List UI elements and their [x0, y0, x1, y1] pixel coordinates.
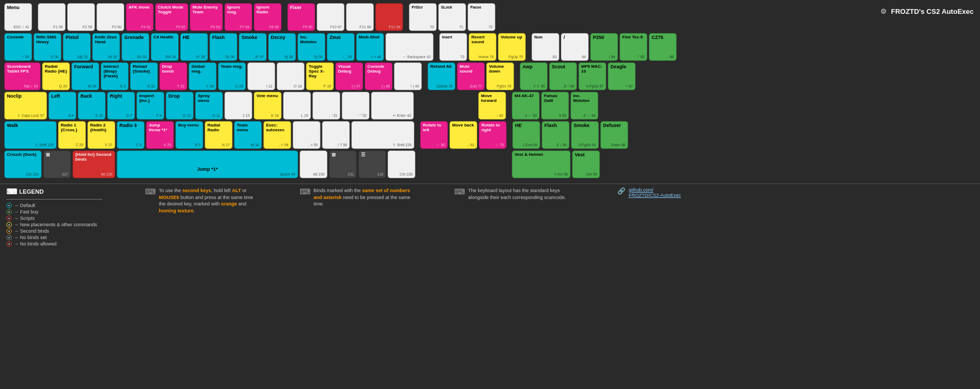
key-prtscr[interactable]: PrtScr70 [409, 3, 437, 31]
key-five-tec9[interactable]: Five Tec-9" 85 [620, 33, 647, 61]
key-d[interactable]: RightD 7 [107, 92, 135, 120]
key-num5[interactable]: Famas Galil5 93 [541, 92, 569, 120]
key-esc[interactable]: Menu ESC ↕ 41 [4, 3, 32, 31]
key-pause[interactable]: Pause72 [468, 3, 495, 31]
key-ralt[interactable]: Alt 230 [300, 150, 327, 178]
key-f12[interactable]: F12 69 [375, 3, 403, 31]
key-f8[interactable]: Ignore RadioF8 65 [254, 3, 282, 31]
key-u[interactable]: Team msg.U 24 [218, 62, 246, 90]
key-enter[interactable]: ↵ Enter 40 [371, 92, 414, 120]
key-num-dot[interactable]: Vest. Del 99 [572, 150, 600, 178]
key-i[interactable]: I 12 [247, 62, 275, 90]
key-backspace[interactable]: ← Backspace 42 [385, 33, 433, 61]
key-q[interactable]: Radial Radio {HE}Q 20 [42, 62, 70, 90]
key-k[interactable]: Vote menuK 14 [254, 92, 282, 120]
key-num0[interactable]: Vest & Helmet0 Ins 98 [512, 150, 571, 178]
key-v[interactable]: Jump throw *1*V 25 [146, 121, 174, 149]
key-arrow-up[interactable]: Move forward↑ 82 [478, 92, 506, 120]
key-comma[interactable]: Exec: autoexec, < 54 [263, 121, 291, 149]
key-minus[interactable]: Zeus- _ 45 [327, 33, 355, 61]
key-5[interactable]: C4 Health5% 34 [151, 33, 179, 61]
key-rctrl[interactable]: Ctrl 228 [388, 150, 415, 178]
key-grave[interactable]: Console` ~ 53 [4, 33, 32, 61]
key-h[interactable]: Spray menuH 11 [195, 92, 223, 120]
key-slock[interactable]: SLock71 [438, 3, 466, 31]
key-num1[interactable]: HE1 End 89 [512, 121, 540, 149]
key-c[interactable]: Radio 3C 6 [117, 121, 144, 149]
key-quote[interactable]: ' " 52 [342, 92, 369, 120]
key-e[interactable]: Interact (Beep) {Flash}E 8 [101, 62, 128, 90]
key-rbracket[interactable]: Console Debug] } 48 [365, 62, 392, 90]
key-backslash[interactable]: \ | 49 [394, 62, 422, 90]
key-lwin[interactable]: ⊞227 [43, 150, 71, 178]
key-7[interactable]: Flash7& 36 [210, 33, 237, 61]
key-2[interactable]: Pistol2@ 31 [63, 33, 91, 61]
key-f4[interactable]: AFK moveF4 61 [126, 3, 154, 31]
key-lalt[interactable]: {Hold for} Second bindsAlt 226 [73, 150, 115, 178]
key-rotate-left[interactable]: Rotate to left← 80 [420, 121, 448, 149]
key-lbracket[interactable]: Visual Debug[ { 47 [335, 62, 363, 90]
key-capslock[interactable]: Noclip⇪ Caps Lock 57 [4, 92, 47, 120]
key-f1[interactable]: F1 58 [38, 3, 66, 31]
key-cz75[interactable]: CZ75- 86 [649, 33, 677, 61]
key-y[interactable]: Global msg.Y 28 [189, 62, 216, 90]
key-tab[interactable]: Scoreboard Tablet FPSTab ↕ 43 [4, 62, 41, 90]
key-end[interactable]: Mute soundEnd 77 [457, 62, 485, 90]
key-period[interactable]: . > 55 [293, 121, 320, 149]
key-slash[interactable]: / ? 56 [322, 121, 350, 149]
key-equal[interactable]: Medi-Shot= + 46 [356, 33, 384, 61]
key-f11[interactable]: F11 68 [346, 3, 374, 31]
key-num9[interactable]: MP9 MAC-109 PgUp 97 [579, 62, 606, 90]
key-num3[interactable]: Smoke3 PgDn 91 [571, 121, 599, 149]
key-arrow-down[interactable]: Move back↓ 81 [449, 121, 477, 149]
key-8[interactable]: Smoke8* 37 [239, 33, 267, 61]
key-f5[interactable]: Clutch Mode ToggleF5 62 [155, 3, 188, 31]
key-home[interactable]: Revert soundHome 74 [469, 33, 496, 61]
key-f2[interactable]: F2 59 [67, 3, 95, 31]
key-f[interactable]: Inspect {Inc.}F 9 [136, 92, 164, 120]
key-num4[interactable]: M4 AK-474 ← 92 [512, 92, 540, 120]
key-f6[interactable]: Mute Enemy TeamF6 63 [190, 3, 223, 31]
key-9[interactable]: Decoy9( 38 [268, 33, 296, 61]
key-w[interactable]: ForwardW 26 [71, 62, 99, 90]
key-a[interactable]: LeftA 4 [49, 92, 76, 120]
key-numlock[interactable]: Num83 [532, 33, 559, 61]
key-f10[interactable]: F10 67 [317, 3, 344, 31]
key-6[interactable]: HE6^ 35 [180, 33, 208, 61]
key-rwin[interactable]: ⊞231 [329, 150, 357, 178]
key-delete[interactable]: Refund AllDelete 76 [428, 62, 455, 90]
key-num-plus-top[interactable]: Deagle+ 87 [608, 62, 636, 90]
key-b[interactable]: Buy menuB 5 [175, 121, 203, 149]
key-lctrl[interactable]: Crouch (Duck)Ctrl 224 [4, 150, 42, 178]
key-0[interactable]: Inc. Molotov0) 39 [298, 33, 325, 61]
key-t[interactable]: Drop bombT 23 [159, 62, 187, 90]
key-1[interactable]: Rifle SMG Heavy1! 30 [34, 33, 61, 61]
key-rshift[interactable]: ⇧ Shift 229 [351, 121, 414, 149]
key-4[interactable]: Grenade4S 33 [122, 33, 149, 61]
key-x[interactable]: Radio 2 {Health}X 27 [87, 121, 115, 149]
key-num7[interactable]: Awp7 ⇧ 95 [520, 62, 548, 90]
key-menu[interactable]: ☰118 [358, 150, 386, 178]
key-pgdn[interactable]: Volume downPgDn 78 [486, 62, 514, 90]
key-m[interactable]: Team menuM 16 [234, 121, 262, 149]
key-pgup[interactable]: Volume upPgUp 75 [498, 33, 526, 61]
key-r[interactable]: Reload {Smoke}R 21 [130, 62, 158, 90]
key-f3[interactable]: F3 60 [97, 3, 124, 31]
key-num-slash[interactable]: /84 [561, 33, 589, 61]
key-o[interactable]: O 18 [277, 62, 304, 90]
key-space[interactable]: Jump *1*Space 44 [117, 150, 298, 178]
key-z[interactable]: Radio 1 {Cross.}Z 29 [58, 121, 86, 149]
key-j[interactable]: J 13 [224, 92, 252, 120]
key-num2[interactable]: Flash2 ↓ 90 [542, 121, 569, 149]
key-num8[interactable]: Scout8 ↑ 96 [549, 62, 577, 90]
key-f9[interactable]: FixerF9 66 [287, 3, 315, 31]
key-f7[interactable]: Ignore msg.F7 64 [224, 3, 252, 31]
key-p250[interactable]: P250/ 84 [590, 33, 618, 61]
key-insert[interactable]: Insert73 [439, 33, 467, 61]
key-rotate-right[interactable]: Rotate to right→ 79 [479, 121, 507, 149]
key-l[interactable]: L 15 [283, 92, 311, 120]
key-semicolon[interactable]: ; : 51 [312, 92, 340, 120]
key-num-enter[interactable]: DefuserEnter 88 [600, 121, 628, 149]
key-num6[interactable]: Inc. Molotov6 → 94 [571, 92, 598, 120]
github-link[interactable]: github.com/FROZTD/CS2-AutoExec [629, 187, 681, 198]
